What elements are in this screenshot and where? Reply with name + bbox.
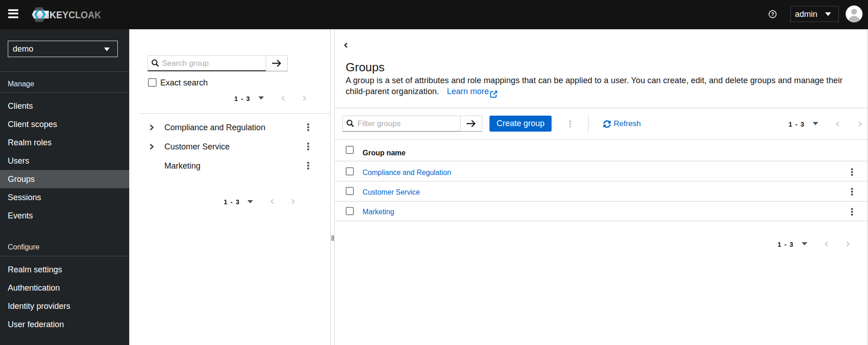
svg-text:KEYCLOAK: KEYCLOAK <box>50 9 101 21</box>
svg-text:?: ? <box>771 11 774 17</box>
